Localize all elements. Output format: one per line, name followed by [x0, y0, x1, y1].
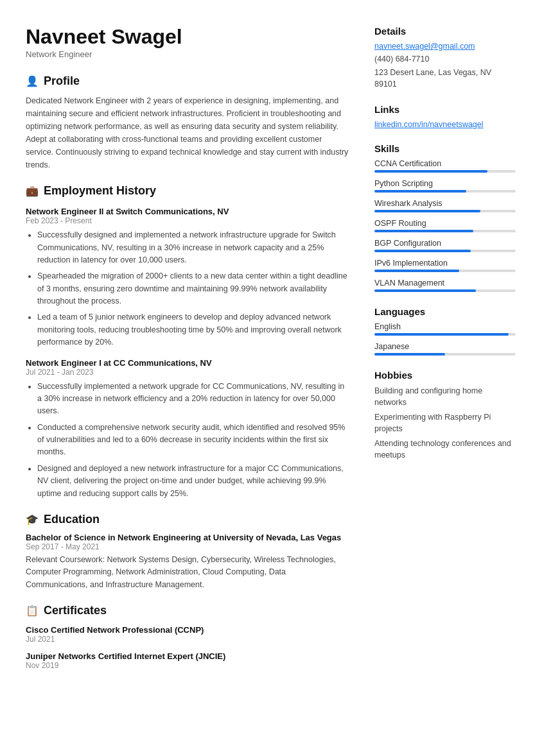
job-2: Network Engineer I at CC Communications,…	[26, 358, 349, 500]
lang-item-0: English	[374, 322, 516, 336]
languages-list: English Japanese	[374, 322, 516, 356]
left-column: Navneet Swagel Network Engineer 👤 Profil…	[26, 26, 349, 671]
edu-item-1: Bachelor of Science in Network Engineeri…	[26, 533, 349, 591]
cert-1: Cisco Certified Network Professional (CC…	[26, 625, 349, 644]
skill-bar-fill-6	[374, 289, 476, 292]
skill-item-0: CCNA Certification	[374, 159, 516, 173]
details-section-title: Details	[374, 26, 516, 37]
lang-bar-fill-0	[374, 333, 509, 336]
job-2-bullet-2: Conducted a comprehensive network securi…	[37, 422, 349, 459]
skill-item-6: VLAN Management	[374, 279, 516, 292]
skills-list: CCNA Certification Python Scripting Wire…	[374, 159, 516, 292]
profile-text: Dedicated Network Engineer with 2 years …	[26, 94, 349, 171]
profile-section-header: 👤 Profile	[26, 74, 349, 88]
skill-item-2: Wireshark Analysis	[374, 199, 516, 212]
skills-section-title: Skills	[374, 143, 516, 154]
resume-page: Navneet Swagel Network Engineer 👤 Profil…	[0, 0, 535, 697]
certificates-icon: 📋	[26, 605, 39, 617]
job-1-date: Feb 2023 - Present	[26, 216, 349, 225]
education-icon: 🎓	[26, 513, 39, 526]
lang-bar-fill-1	[374, 353, 445, 356]
skill-item-1: Python Scripting	[374, 179, 516, 193]
skill-item-3: OSPF Routing	[374, 219, 516, 232]
skill-name-0: CCNA Certification	[374, 159, 516, 168]
skill-name-1: Python Scripting	[374, 179, 516, 188]
profile-section-title: Profile	[44, 74, 80, 88]
education-section-title: Education	[44, 513, 100, 526]
skill-bar-fill-5	[374, 270, 459, 272]
right-column: Details navneet.swagel@gmail.com (440) 6…	[374, 26, 516, 671]
lang-name-0: English	[374, 322, 516, 331]
cert-2-title: Juniper Networks Certified Internet Expe…	[26, 651, 349, 661]
employment-icon: 💼	[26, 185, 39, 197]
skill-bar-fill-0	[374, 170, 487, 173]
job-1-title: Network Engineer II at Switch Communicat…	[26, 207, 349, 216]
job-2-title: Network Engineer I at CC Communications,…	[26, 358, 349, 368]
skill-bar-bg-0	[374, 170, 516, 173]
employment-section-title: Employment History	[44, 184, 156, 198]
certificates-section-title: Certificates	[44, 604, 107, 617]
phone: (440) 684-7710	[374, 55, 516, 64]
edu-description: Relevant Coursework: Network Systems Des…	[26, 554, 349, 591]
cert-1-date: Jul 2021	[26, 635, 349, 644]
job-1-bullet-3: Led a team of 5 junior network engineers…	[37, 311, 349, 348]
job-1-bullet-1: Successfully designed and implemented a …	[37, 229, 349, 266]
skill-bar-bg-6	[374, 289, 516, 292]
skill-name-3: OSPF Routing	[374, 219, 516, 228]
job-2-bullets: Successfully implemented a network upgra…	[26, 381, 349, 500]
cert-2-date: Nov 2019	[26, 661, 349, 670]
skill-name-5: IPv6 Implementation	[374, 259, 516, 268]
job-2-bullet-1: Successfully implemented a network upgra…	[37, 381, 349, 418]
cert-2: Juniper Networks Certified Internet Expe…	[26, 651, 349, 670]
skill-bar-bg-4	[374, 250, 516, 252]
cert-1-title: Cisco Certified Network Professional (CC…	[26, 625, 349, 635]
skill-name-6: VLAN Management	[374, 279, 516, 288]
hobby-item-0: Building and configuring home networks	[374, 386, 516, 408]
job-1-bullets: Successfully designed and implemented a …	[26, 229, 349, 348]
job-2-bullet-3: Designed and deployed a new network infr…	[37, 463, 349, 500]
skill-bar-bg-2	[374, 210, 516, 212]
skill-bar-bg-3	[374, 230, 516, 232]
profile-icon: 👤	[26, 75, 39, 87]
education-section-header: 🎓 Education	[26, 513, 349, 526]
hobby-item-2: Attending technology conferences and mee…	[374, 438, 516, 461]
edu-date: Sep 2017 - May 2021	[26, 542, 349, 551]
skill-item-5: IPv6 Implementation	[374, 259, 516, 272]
links-section-title: Links	[374, 104, 516, 115]
lang-name-1: Japanese	[374, 342, 516, 351]
skill-bar-bg-1	[374, 190, 516, 193]
hobbies-list: Building and configuring home networksEx…	[374, 386, 516, 461]
employment-section-header: 💼 Employment History	[26, 184, 349, 198]
hobby-item-1: Experimenting with Raspberry Pi projects	[374, 412, 516, 434]
skill-name-2: Wireshark Analysis	[374, 199, 516, 208]
languages-section-title: Languages	[374, 306, 516, 317]
job-2-date: Jul 2021 - Jan 2023	[26, 368, 349, 377]
email[interactable]: navneet.swagel@gmail.com	[374, 42, 516, 51]
skill-bar-fill-3	[374, 230, 473, 232]
lang-bar-bg-0	[374, 333, 516, 336]
job-1-bullet-2: Spearheaded the migration of 2000+ clien…	[37, 270, 349, 307]
lang-bar-bg-1	[374, 353, 516, 356]
address: 123 Desert Lane, Las Vegas, NV 89101	[374, 67, 516, 90]
skill-item-4: BGP Configuration	[374, 239, 516, 252]
hobbies-section-title: Hobbies	[374, 370, 516, 381]
name: Navneet Swagel	[26, 26, 349, 48]
skill-bar-fill-4	[374, 250, 471, 252]
certificates-section-header: 📋 Certificates	[26, 604, 349, 617]
edu-degree: Bachelor of Science in Network Engineeri…	[26, 533, 349, 542]
skill-bar-fill-1	[374, 190, 466, 193]
job-1: Network Engineer II at Switch Communicat…	[26, 207, 349, 348]
lang-item-1: Japanese	[374, 342, 516, 356]
skill-bar-bg-5	[374, 270, 516, 272]
skill-name-4: BGP Configuration	[374, 239, 516, 248]
job-title: Network Engineer	[26, 49, 349, 59]
linkedin-link[interactable]: linkedin.com/in/navneetswagel	[374, 120, 516, 129]
skill-bar-fill-2	[374, 210, 480, 212]
